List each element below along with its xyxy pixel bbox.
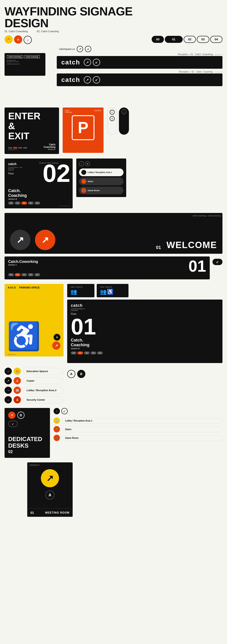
directory-2: ↑ ↙ 🏢 Lobby / Reception Area 1 🏃 Stairs …	[54, 408, 222, 441]
small-arrow-pill: ↙	[212, 259, 222, 265]
dir-item-game-room: 🎮 Game Room	[79, 186, 123, 194]
floor-number-02: 02	[43, 161, 70, 186]
catch-bar-reception-01: catch ↗ ↙	[57, 56, 222, 69]
welcome-number: 01	[156, 245, 161, 250]
url-text: catchspace.co	[59, 48, 75, 50]
nav-pill-03[interactable]: 03	[197, 36, 209, 43]
parking-sign: CatchCoaching Section B P	[63, 108, 104, 153]
dir2-game-room: 🎮 Game Room	[54, 435, 222, 441]
dir2-nav-nw[interactable]: ↙	[61, 408, 68, 414]
floor-02-sign: catch Section B Catch Coaching Coaching …	[5, 158, 73, 208]
catch-floor-b-section: Section B	[71, 348, 219, 350]
scroll-icon-x: ✕	[110, 116, 115, 121]
meeting-room-label: MEETING ROOM	[45, 511, 70, 514]
avatar-a: A	[14, 35, 22, 44]
small-sign-wheelchair: Catch/ Section B 👥♿	[97, 284, 128, 297]
dir-nav-x[interactable]: ✕	[85, 161, 90, 166]
dark-strip-arrow-down: ↓	[121, 109, 126, 114]
dd-b-badge: B	[17, 412, 25, 419]
nav-pills: 00 01 02 03 04	[152, 36, 222, 43]
scroll-icon-nw: ↖	[110, 110, 115, 115]
badge-b: B	[77, 370, 85, 378]
dir2-stairs: 🏃 Stairs	[54, 426, 222, 432]
welcome-sign: Catch.Coworking Catch.Coaching ↗ ↗ 01 WE…	[5, 213, 222, 254]
coworking-name: Catch.Coworking	[8, 260, 206, 264]
meeting-room-top-info: catchspace.co	[27, 464, 73, 466]
avatar-fire: 🔥	[5, 35, 13, 44]
parking-footer: catchspace.co	[8, 354, 16, 355]
catch-logo-b: catch	[71, 303, 219, 308]
welcome-icon-orange: ↗	[35, 230, 55, 250]
catch-floor-b-number: 01	[71, 315, 219, 338]
enter-exit-subtitle: CatchCoworking	[44, 143, 55, 148]
directory-sign-main: ↑ ✕ ↑ Lobby / Reception Area 1 🏃 Stairs …	[76, 158, 126, 197]
business-card: Catch.Coworking Catch.Coaching 10 Paymen…	[5, 53, 45, 76]
enter-exit-title: ENTER&EXIT	[8, 111, 55, 141]
floor-name-coaching: Catch.Coaching	[8, 188, 69, 198]
dd-arrow-badge: ↗	[8, 412, 16, 419]
catch-bar-reception-02: catch ↗ ↙	[57, 74, 222, 86]
reception-02-label: Reception – 02 Catch Coaching Section B	[57, 70, 222, 73]
nav-pill-00[interactable]: 00	[152, 36, 164, 43]
welcome-info: Catch.Coworking Catch.Coaching	[192, 215, 221, 217]
dedicated-desks-sign: ↗ B ↙ DEDICATEDDESKS 02	[5, 408, 50, 458]
meeting-room-section: ↗ A catchspace.co 01 MEETING ROOM	[0, 462, 227, 526]
nav-pill-02[interactable]: 02	[184, 36, 196, 43]
parking-space-card: A-01 D PARKING SPACE ♿ A ↗ catchspace.co	[5, 284, 64, 356]
dir2-lobby: 🏢 Lobby / Reception Area 1	[54, 418, 222, 424]
dir-item-stairs: 🏃 Stairs	[79, 178, 123, 185]
wf-label-education: Education Spaces	[23, 368, 64, 374]
catch-icon-sw-2: ↙	[93, 76, 100, 84]
parking-section-b: Section B	[94, 110, 101, 113]
reception-01-label: Reception – 01 Catch Coworking Section A	[57, 53, 222, 56]
avatar-row: 🔥 A ↓	[5, 35, 32, 44]
scroll-down-button[interactable]: ↓	[24, 36, 32, 44]
welcome-icon-dark: ↗	[10, 230, 31, 250]
wf-label-lobby2: Lobby / Reception Area 2	[23, 387, 64, 394]
wf-item-lobby2: → 🏢 Lobby / Reception Area 2	[5, 387, 64, 394]
wf-label-security: Security Center	[23, 396, 64, 403]
catch-floor-b-sub: Coworking Space &Education	[71, 308, 219, 311]
catch-icon-ne: ↗	[84, 59, 91, 66]
dedicated-desks-num: 02	[8, 450, 13, 454]
parking-space-header: A-01 D PARKING SPACE	[5, 284, 64, 291]
dedicated-desks-title: DEDICATEDDESKS	[8, 436, 42, 449]
page-title: WAYFINDING SIGNAGE DESIGN	[5, 6, 222, 29]
parking-arrow-badge: ↗	[52, 342, 60, 350]
dir-item-lobby: ↑ Lobby / Reception Area 1	[79, 168, 123, 176]
dir2-nav-up[interactable]: ↑	[54, 408, 60, 414]
vertical-scroll-strip: ↖ ✕	[107, 108, 117, 135]
catch-icon-sw: ↙	[93, 59, 100, 66]
meeting-room-a-badge: A	[45, 490, 55, 500]
floor-section-b: Section B	[8, 198, 69, 200]
handicap-icon: ♿	[7, 322, 41, 350]
breadcrumb: 01. Catch.Coworking 02. Catch.Coaching	[5, 30, 222, 33]
wf-item-copier: ↗ 🖨 Copier	[5, 377, 64, 384]
wf-label-copier: Copier	[23, 377, 64, 384]
small-sign-people: Catch/ Section B 👥	[67, 284, 94, 297]
catch-floor-b-sign: catch Coworking Space &Education Floor 0…	[67, 300, 222, 363]
meeting-room-arrow: ↗	[41, 469, 59, 487]
parking-a-badge: A	[54, 334, 60, 340]
dd-arrow-pill: ↙	[8, 421, 18, 427]
coworking-section: Section A	[8, 264, 206, 266]
vertical-dark-strip: ↓	[119, 108, 129, 135]
catch-icon-ne-2: ↗	[84, 76, 91, 84]
wf-item-education: → 🏫 Education Spaces	[5, 368, 64, 375]
badge-a: A	[67, 370, 75, 378]
meeting-room-bottom: 01 MEETING ROOM	[27, 508, 73, 517]
meeting-room-num: 01	[31, 511, 34, 514]
coworking-floor-sign: Catch.Coworking Section A 01 00 01 02 03…	[5, 256, 210, 279]
url-bar: catchspace.co ↗ ↙	[59, 46, 222, 52]
wayfinding-directory: → 🏫 Education Spaces ↗ 🖨 Copier → 🏢 Lobb…	[5, 368, 64, 404]
welcome-text: WELCOME	[166, 240, 217, 250]
nav-icon-arrow-ne: ↗	[77, 46, 83, 52]
enter-exit-section: Section A	[44, 148, 55, 150]
dir-nav-prev[interactable]: ↑	[79, 161, 84, 166]
nav-pill-04[interactable]: 04	[210, 36, 222, 43]
wf-item-security: ↓ 🔒 Security Center	[5, 396, 64, 404]
nav-pill-01[interactable]: 01	[165, 36, 182, 43]
catch-floor-b-name: Catch.Coaching	[71, 338, 219, 348]
ab-badges: A B	[67, 370, 85, 378]
meeting-room-card: ↗ A catchspace.co 01 MEETING ROOM	[27, 462, 73, 517]
